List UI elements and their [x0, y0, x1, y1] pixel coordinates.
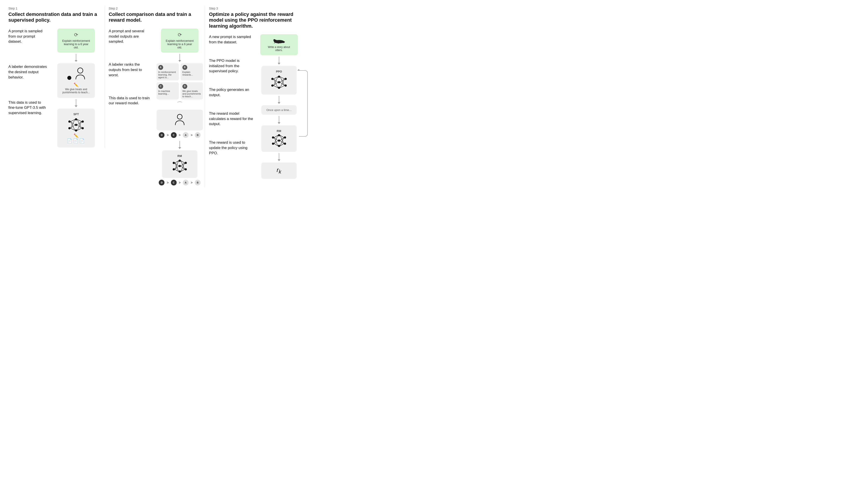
svg-line-15 — [77, 119, 82, 128]
s2-arrow-line2 — [180, 141, 180, 147]
step3-output-text: Once upon a time... — [261, 105, 297, 115]
step1-prompt-box: ⟳ Explain reinforcement learning to a 6 … — [57, 29, 95, 53]
step2-prompt-box: ⟳ Explain reinforcement learning to a 6 … — [161, 29, 199, 53]
step3-arrow2 — [278, 96, 281, 104]
step1-prompt-text: Explain reinforcement learning to a 6 ye… — [62, 39, 90, 49]
step1-title: Collect demonstration data and train a s… — [8, 12, 101, 23]
step2-content: A prompt and several model outputs are s… — [109, 29, 201, 187]
step1-diagram: ⟳ Explain reinforcement learning to a 6 … — [52, 29, 101, 147]
step2-arrow2 — [178, 141, 181, 149]
svg-point-46 — [271, 78, 273, 80]
svg-line-63 — [280, 79, 285, 88]
step3-content: A new prompt is sampled from the dataset… — [209, 34, 301, 179]
step3-rk-card: rk — [261, 162, 297, 179]
rank2-badge-c: C — [171, 180, 177, 185]
pencil-icon-2: ✏️ — [60, 133, 92, 138]
svg-point-6 — [82, 121, 84, 123]
step3-title: Optimize a policy against the reward mod… — [209, 12, 301, 29]
svg-line-18 — [77, 122, 82, 130]
arrow-line-2 — [76, 99, 76, 105]
svg-point-65 — [272, 137, 274, 139]
output-card-d: D We give treats and punishments to teac… — [181, 82, 203, 100]
svg-point-1 — [68, 121, 71, 123]
svg-point-5 — [75, 129, 77, 131]
step2-title: Collect comparison data and train a rewa… — [109, 12, 201, 23]
s3-line2 — [279, 96, 279, 102]
step3-label: Step 3 — [209, 7, 301, 10]
svg-point-24 — [179, 165, 181, 167]
step1-content: A prompt is sampled from our prompt data… — [8, 29, 101, 147]
svg-line-60 — [280, 77, 285, 86]
recycle-icon-1: ⟳ — [62, 32, 90, 38]
step2-text2: A labeler ranks the outputs from best to… — [109, 62, 153, 77]
svg-point-49 — [278, 81, 280, 83]
s3-line1 — [279, 57, 279, 63]
svg-point-0 — [78, 68, 83, 73]
step2-ranking-row2: D > C > A > B — [159, 180, 200, 185]
svg-point-4 — [75, 124, 77, 126]
gt5: > — [179, 181, 181, 184]
gt6: > — [191, 181, 193, 184]
step2-text3: This data is used to train our reward mo… — [109, 95, 153, 106]
badge-c: C — [158, 84, 163, 89]
arrow-line — [76, 54, 76, 60]
step1-column: Step 1 Collect demonstration data and tr… — [4, 7, 105, 147]
svg-point-21 — [173, 162, 175, 164]
step2-rm-card: RM — [162, 150, 197, 178]
badge-a: A — [158, 65, 163, 70]
step1-text2: A labeler demonstrates the desired outpu… — [8, 64, 48, 80]
step3-column: Step 3 Optimize a policy against the rew… — [205, 7, 305, 179]
step2-arrow1 — [178, 54, 181, 62]
svg-point-2 — [68, 127, 71, 129]
step3-ppo-card: PPO — [261, 66, 297, 95]
step1-label: Step 1 — [8, 7, 101, 10]
rank-badge-a: A — [183, 132, 188, 138]
svg-point-25 — [179, 170, 181, 173]
svg-point-20 — [177, 114, 182, 119]
svg-point-42 — [273, 39, 275, 41]
step3-arrow3 — [278, 116, 281, 124]
gt1: > — [167, 133, 168, 137]
ppo-label: PPO — [265, 70, 294, 73]
step1-sft-card: SFT — [57, 109, 95, 147]
otter-svg — [272, 38, 286, 44]
svg-point-70 — [284, 137, 286, 139]
svg-point-68 — [278, 140, 280, 142]
s3-head3 — [278, 122, 281, 124]
s3-head4 — [278, 159, 281, 161]
s2-arrow-head2 — [178, 147, 181, 149]
step2-column: Step 2 Collect comparison data and train… — [105, 7, 205, 187]
svg-point-43 — [282, 41, 285, 43]
step3-text3: The policy generates an output. — [209, 87, 253, 98]
step3-arrow4 — [278, 153, 281, 161]
output-card-a: A In reinforcement learning, the agent i… — [157, 63, 179, 80]
step1-labeler-card: ● ✏️ We give treats and punishments to t… — [57, 63, 95, 98]
badge-d: D — [182, 84, 187, 89]
step3-text4: The reward model calculates a reward for… — [209, 111, 253, 127]
svg-line-10 — [71, 122, 75, 130]
labeler-svg-2 — [174, 114, 185, 126]
step2-output-grid: A In reinforcement learning, the agent i… — [157, 63, 203, 100]
ppo-nn-svg — [270, 74, 288, 90]
step3-left-text: A new prompt is sampled from the dataset… — [209, 34, 253, 179]
output-card-c: C In machine learning... — [157, 82, 179, 100]
s3-line3 — [279, 116, 279, 122]
rm-nn-svg-2 — [271, 134, 287, 147]
step2-label: Step 2 — [109, 7, 201, 10]
svg-point-26 — [185, 162, 187, 164]
svg-point-52 — [285, 85, 287, 87]
person-icon-1: ● — [60, 67, 92, 82]
svg-point-23 — [179, 160, 181, 162]
output-card-b: B Explain rewards... — [181, 63, 203, 80]
rk-value: rk — [276, 166, 281, 173]
rm-label-s3: RM — [265, 129, 294, 133]
svg-point-47 — [271, 85, 273, 87]
step1-text1: A prompt is sampled from our prompt data… — [8, 29, 48, 44]
step3-diagram: Write a story about otters. PPO — [257, 34, 301, 179]
step3-arrow1 — [278, 57, 281, 65]
step1-arrow2 — [75, 99, 77, 107]
rank2-badge-b: B — [195, 180, 200, 185]
svg-point-69 — [278, 145, 280, 147]
pencil-icon-1: ✏️ — [60, 83, 92, 87]
feedback-arrow — [299, 70, 308, 137]
